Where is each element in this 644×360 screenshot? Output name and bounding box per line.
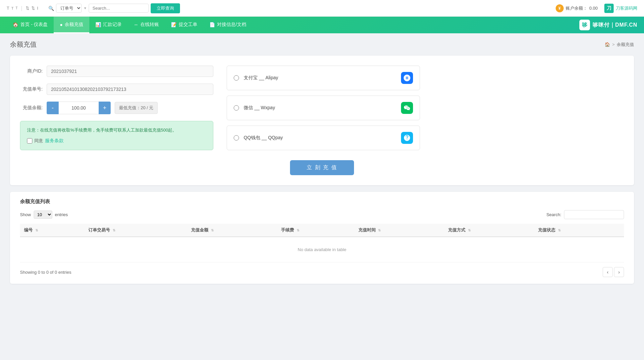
tool-icon-3[interactable]: T [16, 6, 18, 10]
amount-controls: - + 最低充值：20 / 元 [47, 102, 213, 114]
no-data-cell: No data available in table [20, 237, 624, 262]
terms-link[interactable]: 服务条款 [45, 138, 64, 144]
payment-radio-qq[interactable] [234, 135, 239, 141]
sort-id-icon: ⇅ [35, 228, 38, 232]
form-left: 商户ID: 充值单号: 充值余额: - + 最低充值：20 / 元 [20, 66, 213, 150]
nav-item-recharge[interactable]: ● 余额充值 [54, 17, 89, 33]
breadcrumb-current: 余额充值 [617, 42, 634, 48]
account-balance: ¥ 账户余额： 0.00 [556, 4, 598, 12]
tool-icon-4[interactable]: ⇅ [26, 6, 29, 11]
nav-item-records[interactable]: 📊 汇款记录 [89, 17, 128, 33]
brand-icon: 刀 [604, 4, 614, 13]
recharge-table: 编号 ⇅ 订单交易号 ⇅ 充值金额 ⇅ 手续费 ⇅ [20, 224, 624, 262]
amount-label: 充值余额: [20, 105, 47, 111]
amount-input[interactable] [59, 102, 99, 114]
min-recharge-hint: 最低充值：20 / 元 [115, 102, 158, 114]
form-section: 商户ID: 充值单号: 充值余额: - + 最低充值：20 / 元 [20, 66, 624, 150]
payment-option-qq[interactable]: QQ钱包 __ QQpay [227, 126, 420, 150]
show-label: Show [20, 212, 31, 217]
nav-ticket-label: 提交工单 [179, 22, 197, 28]
col-time[interactable]: 充值时间 ⇅ [354, 224, 444, 237]
search-input-top[interactable] [89, 4, 149, 13]
qq-icon [401, 132, 413, 144]
col-status[interactable]: 充值状态 ⇅ [534, 224, 624, 237]
payment-name-qq: QQ钱包 __ QQpay [244, 135, 401, 141]
brand-logo: 刀 刀客源码网 [604, 4, 637, 13]
page-title: 余额充值 [10, 40, 37, 49]
payment-option-alipay[interactable]: 支付宝 __ Alipay [227, 66, 420, 90]
prev-page-button[interactable]: ‹ [603, 267, 613, 277]
query-button[interactable]: 立即查询 [151, 3, 180, 13]
payment-radio-alipay[interactable] [234, 75, 239, 81]
submit-button[interactable]: 立 刻 充 值 [290, 160, 354, 175]
tool-icon-5[interactable]: ⇅ [31, 6, 35, 11]
agree-checkbox[interactable] [27, 138, 32, 144]
tool-icon-2[interactable]: T [11, 6, 14, 10]
col-method[interactable]: 充值方式 ⇅ [444, 224, 534, 237]
tool-icon-6[interactable]: I [37, 6, 38, 11]
nav-records-icon: 📊 [95, 22, 101, 27]
nav-brand-text: 哆咪付｜DMF.CN [593, 22, 637, 29]
payment-radio-wechat[interactable] [234, 105, 239, 111]
submit-row: 立 刻 充 值 [20, 160, 624, 175]
payment-option-wechat[interactable]: 微信 __ Wxpay [227, 96, 420, 120]
next-page-button[interactable]: › [614, 267, 624, 277]
sort-time-icon: ⇅ [378, 228, 381, 232]
showing-text: Showing 0 to 0 of 0 entries [20, 270, 71, 275]
table-controls: Show 102550100 entries Search: [20, 210, 624, 219]
col-fee[interactable]: 手续费 ⇅ [277, 224, 354, 237]
table-search-label: Search: [546, 212, 561, 217]
col-amount[interactable]: 充值金额 ⇅ [187, 224, 277, 237]
agree-label: 同意 [34, 138, 43, 144]
account-value: 0.00 [589, 6, 598, 11]
notice-text: 注意：在线充值将收取%手续费用，免手续费可联系人工加款最低充值500起。 [27, 127, 206, 133]
nav-docs-icon: 📄 [209, 22, 215, 27]
nav-recharge-label: 余额充值 [65, 22, 83, 28]
payment-name-alipay: 支付宝 __ Alipay [244, 75, 401, 81]
tool-icon-1[interactable]: T [7, 6, 9, 11]
nav-item-transfer[interactable]: ↔ 在线转账 [128, 17, 165, 33]
tool-divider-1: | [21, 5, 22, 11]
top-search-area: 🔍 订单号 ▼ 立即查询 [48, 3, 180, 13]
sort-amount-icon: ⇅ [211, 228, 214, 232]
col-order-no[interactable]: 订单交易号 ⇅ [84, 224, 187, 237]
nav-bar: 🏠 首页 - 仪表盘 ● 余额充值 📊 汇款记录 ↔ 在线转账 📝 提交工单 📄… [0, 17, 644, 33]
entries-select[interactable]: 102550100 [34, 210, 52, 219]
breadcrumb-bar: 余额充值 🏠 > 余额充值 [10, 40, 634, 49]
agree-row: 同意 服务条款 [27, 138, 206, 144]
nav-item-docs[interactable]: 📄 对接信息/文档 [203, 17, 252, 33]
no-data-row: No data available in table [20, 237, 624, 262]
col-id[interactable]: 编号 ⇅ [20, 224, 84, 237]
table-header: 编号 ⇅ 订单交易号 ⇅ 充值金额 ⇅ 手续费 ⇅ [20, 224, 624, 237]
nav-brand: 哆 哆咪付｜DMF.CN [579, 20, 637, 30]
balance-icon: ¥ [556, 4, 564, 12]
nav-item-ticket[interactable]: 📝 提交工单 [165, 17, 203, 33]
table-card: 余额充值列表 Show 102550100 entries Search: 编号… [10, 192, 634, 284]
table-search-input[interactable] [564, 210, 624, 219]
nav-transfer-icon: ↔ [134, 22, 138, 27]
sort-method-icon: ⇅ [468, 228, 471, 232]
nav-docs-label: 对接信息/文档 [217, 22, 246, 28]
breadcrumb-sep: > [612, 42, 615, 47]
merchant-id-row: 商户ID: [20, 66, 213, 77]
breadcrumb-home-icon[interactable]: 🏠 [605, 42, 610, 47]
brand-name: 刀客源码网 [616, 5, 637, 11]
nav-brand-logo: 哆 哆咪付｜DMF.CN [579, 20, 637, 30]
notice-box: 注意：在线充值将收取%手续费用，免手续费可联系人工加款最低充值500起。 同意 … [20, 121, 213, 150]
wechat-icon [401, 102, 413, 114]
entries-label: entries [55, 212, 68, 217]
table-title: 余额充值列表 [20, 198, 624, 205]
amount-plus-button[interactable]: + [99, 102, 111, 114]
top-bar: T T T | ⇅ ⇅ I 🔍 订单号 ▼ 立即查询 ¥ 账户余额： 0.00 … [0, 0, 644, 17]
order-no-input[interactable] [47, 84, 213, 95]
nav-brand-icon: 哆 [579, 20, 590, 30]
nav-item-dashboard[interactable]: 🏠 首页 - 仪表盘 [7, 17, 54, 33]
nav-transfer-label: 在线转账 [140, 22, 159, 28]
search-dropdown-icon: ▼ [84, 6, 87, 10]
merchant-id-input[interactable] [47, 66, 213, 77]
nav-dashboard-label: 首页 - 仪表盘 [20, 22, 48, 28]
breadcrumb: 🏠 > 余额充值 [605, 42, 634, 48]
table-search: Search: [546, 210, 624, 219]
search-type-select[interactable]: 订单号 [56, 4, 82, 13]
amount-minus-button[interactable]: - [47, 102, 59, 114]
